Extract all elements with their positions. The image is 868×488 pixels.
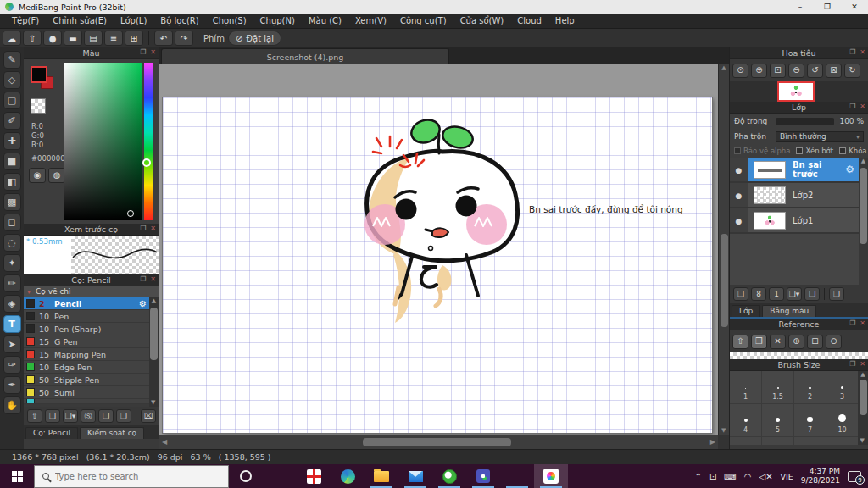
wifi-icon[interactable]: ◠ bbox=[744, 472, 752, 481]
brush-list-item[interactable]: 2Pencil⚙ bbox=[24, 297, 149, 310]
magic-wand-tool-icon[interactable]: ✦ bbox=[3, 254, 21, 272]
popout-icon[interactable]: ❐ bbox=[849, 319, 855, 327]
layer-visibility-icon[interactable]: ● bbox=[730, 183, 748, 207]
brush-size-scrollbar[interactable]: ▲ ▼ bbox=[858, 371, 868, 445]
navigator-thumbnail[interactable] bbox=[777, 81, 815, 102]
hue-slider[interactable] bbox=[144, 63, 153, 220]
brush-list-item[interactable]: 50Sumi bbox=[24, 386, 149, 399]
brush-list-item[interactable]: 15G Pen bbox=[24, 336, 149, 348]
volume-mute-icon[interactable]: ◁✕ bbox=[759, 472, 772, 481]
tab-palette[interactable]: Bảng màu bbox=[762, 305, 816, 317]
brush-size-cell[interactable]: 1 bbox=[730, 371, 761, 403]
list-icon[interactable]: ≡ bbox=[104, 30, 123, 46]
start-button[interactable] bbox=[0, 464, 34, 488]
layer-row[interactable]: ●Bn sai trước⚙ bbox=[730, 158, 859, 183]
brush-size-cell[interactable] bbox=[794, 437, 826, 445]
add-brush-menu-icon[interactable]: ❏▾ bbox=[63, 409, 78, 423]
div-tool-icon[interactable]: ✒ bbox=[3, 376, 21, 394]
close-panel-icon[interactable]: ✕ bbox=[860, 360, 865, 368]
fill-shape-tool-icon[interactable]: ■ bbox=[3, 152, 21, 170]
checkbox-3[interactable]: Khóa bbox=[839, 147, 866, 155]
popout-icon[interactable]: ❐ bbox=[849, 103, 855, 110]
menu-item[interactable]: Lớp(L) bbox=[114, 16, 153, 25]
close-panel-icon[interactable]: ✕ bbox=[150, 275, 156, 283]
close-panel-icon[interactable]: ✕ bbox=[860, 319, 865, 327]
gear-icon[interactable]: ⚙ bbox=[845, 164, 854, 175]
brush-size-cell[interactable]: 2 bbox=[794, 371, 826, 403]
scroll-up-icon[interactable]: ▲ bbox=[152, 297, 156, 304]
brush-list-item[interactable]: 10Edge Pen bbox=[24, 361, 149, 374]
gradient-tool-icon[interactable]: ▩ bbox=[3, 193, 21, 211]
menu-item[interactable]: Công cụ(T) bbox=[393, 16, 453, 25]
zoom-tool-icon[interactable]: ⊙ bbox=[732, 64, 748, 78]
canvas-vertical-scrollbar[interactable]: ▲ ▼ bbox=[718, 64, 729, 435]
brush-size-cell[interactable]: 10 bbox=[826, 404, 858, 436]
menu-item[interactable]: Chọn(S) bbox=[206, 16, 253, 25]
rotate-right-icon[interactable]: ↻ bbox=[844, 64, 860, 78]
text-tool-icon[interactable]: T bbox=[3, 315, 21, 333]
new-layer-icon[interactable]: ❏ bbox=[733, 287, 748, 301]
menu-item[interactable]: Chỉnh sửa(E) bbox=[46, 16, 114, 25]
touch-keyboard-icon[interactable]: ⌨ bbox=[724, 472, 736, 481]
bucket-tool-icon[interactable]: ◧ bbox=[3, 173, 21, 191]
select-pen-tool-icon[interactable]: ✏ bbox=[3, 274, 21, 292]
brush-list-item[interactable]: 50Stipple Pen bbox=[24, 374, 149, 386]
brush-list-item[interactable]: 10Pen bbox=[24, 310, 149, 323]
scroll-right-icon[interactable]: ▶ bbox=[710, 438, 715, 446]
taskbar-app-cortana[interactable] bbox=[229, 464, 263, 488]
ref-home-icon[interactable]: ⇧ bbox=[732, 335, 748, 349]
ref-zoom-in-icon[interactable]: ⊕ bbox=[788, 335, 804, 349]
popout-icon[interactable]: ❐ bbox=[140, 48, 146, 56]
menu-item[interactable]: Bộ lọc(R) bbox=[153, 16, 205, 25]
reset-rotation-icon[interactable]: ⊠ bbox=[826, 64, 842, 78]
blend-mode-select[interactable]: Bình thường ▾ bbox=[776, 131, 864, 142]
foreground-color-swatch[interactable] bbox=[31, 66, 47, 83]
eraser-tool-icon[interactable]: ◇ bbox=[3, 71, 21, 89]
tab-brush-control[interactable]: Kiểm soát cọ bbox=[80, 427, 144, 439]
reset-button[interactable]: ⊘ Đặt lại bbox=[228, 30, 281, 46]
menu-item[interactable]: Help bbox=[548, 16, 581, 25]
layer-visibility-icon[interactable]: ● bbox=[730, 208, 748, 232]
palette-button[interactable]: ◉ bbox=[29, 168, 46, 183]
close-panel-icon[interactable]: ✕ bbox=[150, 48, 156, 56]
popout-icon[interactable]: ❐ bbox=[849, 360, 855, 368]
menu-item[interactable]: Cửa sổ(W) bbox=[453, 16, 511, 25]
duplicate-brush-icon[interactable]: ❐ bbox=[116, 409, 131, 423]
scroll-thumb[interactable] bbox=[860, 380, 867, 415]
language-indicator[interactable]: VIE bbox=[781, 472, 793, 481]
popout-icon[interactable]: ❐ bbox=[140, 225, 146, 232]
layer-visibility-icon[interactable]: ● bbox=[730, 158, 748, 181]
chat-bubble-icon[interactable]: ▬ bbox=[64, 30, 82, 46]
opacity-slider[interactable] bbox=[776, 118, 834, 125]
document-icon[interactable]: ▤ bbox=[84, 30, 103, 46]
grid-window-icon[interactable]: ⊞ bbox=[125, 30, 143, 46]
export-icon[interactable]: ⇧ bbox=[23, 30, 42, 46]
taskbar-app-medibang[interactable] bbox=[534, 464, 568, 488]
brush-size-cell[interactable] bbox=[762, 437, 793, 445]
restore-button[interactable]: ❐ bbox=[814, 0, 841, 14]
brush-size-cell[interactable] bbox=[826, 437, 858, 445]
brush-size-cell[interactable]: 1.5 bbox=[762, 371, 793, 403]
taskbar-app-gift[interactable] bbox=[297, 464, 331, 488]
figure-tool-icon[interactable]: ▢ bbox=[3, 92, 21, 109]
ref-zoom-out-icon[interactable]: ⊖ bbox=[826, 335, 842, 349]
document-tab[interactable]: Screenshot (4).png bbox=[161, 48, 449, 64]
undo-button[interactable]: ↶ bbox=[154, 30, 173, 46]
canvas-page[interactable]: Bn sai trước đấy, đừng để tôi nóng bbox=[163, 97, 712, 433]
brush-list-scrollbar[interactable]: ▲▼ bbox=[149, 297, 159, 407]
taskbar-app-edge[interactable] bbox=[331, 464, 364, 488]
close-button[interactable]: ✕ bbox=[841, 0, 868, 14]
brush-size-cell[interactable]: 3 bbox=[826, 371, 858, 403]
brush-list-item[interactable] bbox=[24, 399, 149, 404]
ref-clear-icon[interactable]: ✕ bbox=[770, 335, 786, 349]
taskbar-app-teams[interactable] bbox=[466, 464, 500, 488]
clock[interactable]: 4:37 PM 9/28/2021 bbox=[801, 467, 840, 485]
move-tool-icon[interactable]: ✚ bbox=[3, 132, 21, 150]
select-eraser-tool-icon[interactable]: ◈ bbox=[3, 295, 21, 313]
layer-row[interactable]: ●Lớp1 bbox=[730, 208, 859, 234]
taskbar-search[interactable] bbox=[34, 465, 229, 488]
menu-item[interactable]: Màu (C) bbox=[302, 16, 348, 25]
brush-folder-icon[interactable]: ❒ bbox=[98, 409, 114, 423]
scroll-down-icon[interactable]: ▼ bbox=[860, 437, 865, 444]
close-panel-icon[interactable]: ✕ bbox=[860, 103, 865, 110]
